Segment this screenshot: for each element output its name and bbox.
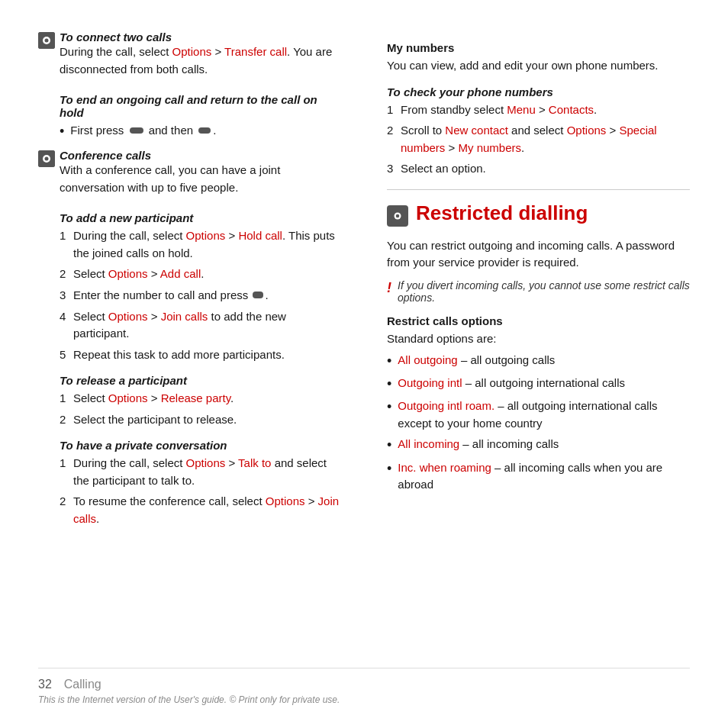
check-numbers-title: To check your phone numbers [387, 85, 690, 98]
warning-block: ! If you divert incoming calls, you cann… [387, 279, 690, 304]
check-numbers-steps: 1 From standby select Menu > Contacts. 2… [387, 101, 690, 178]
start-call-icon [198, 123, 211, 140]
conference-calls-body: With a conference call, you can have a j… [60, 162, 341, 196]
add-participant-steps: 1 During the call, select Options > Hold… [60, 227, 341, 363]
restrict-option-item: • Outgoing intl – all outgoing internati… [387, 375, 690, 394]
end-call-bullet: • First press and then . [60, 122, 341, 141]
new-contact-link: New contact [445, 124, 508, 137]
right-column: My numbers You can view, add and edit yo… [379, 31, 690, 652]
conference-calls-content: Conference calls With a conference call,… [60, 149, 341, 201]
special-numbers-link: Special numbers [401, 124, 657, 154]
options-link: Options [266, 494, 305, 507]
conference-icon [38, 150, 55, 167]
bullet-dot: • [387, 398, 391, 417]
step-item: 1 From standby select Menu > Contacts. [387, 101, 690, 119]
svg-rect-4 [198, 127, 211, 134]
my-numbers-link: My numbers [458, 141, 521, 154]
two-column-layout: To connect two calls During the call, se… [38, 31, 690, 652]
warning-icon: ! [387, 279, 391, 297]
options-link: Options [186, 229, 226, 242]
restricted-dialling-heading-row: Restricted dialling [387, 201, 690, 231]
bullet-dot: • [60, 122, 64, 141]
step-item: 2 Select Options > Add call. [60, 266, 341, 283]
private-conversation-section: To have a private conversation 1 During … [60, 439, 341, 527]
release-participant-section: To release a participant 1 Select Option… [60, 374, 341, 428]
outgoing-intl-roam-link: Outgoing intl roam. [398, 399, 494, 412]
step-item: 2 Select the participant to release. [60, 411, 341, 429]
menu-link: Menu [507, 103, 536, 116]
step-item: 3 Select an option. [387, 160, 690, 178]
restrict-calls-heading: Restrict calls options [387, 314, 690, 327]
page-number: 32 [38, 678, 52, 691]
warning-text: If you divert incoming calls, you cannot… [398, 279, 690, 304]
private-conversation-steps: 1 During the call, select Options > Talk… [60, 455, 341, 527]
bullet-dot: • [387, 352, 391, 371]
restricted-dialling-title: Restricted dialling [416, 201, 588, 225]
step-item: 1 Select Options > Release party. [60, 390, 341, 407]
end-call-icon [130, 123, 143, 140]
my-numbers-body: You can view, add and edit your own phon… [387, 57, 690, 75]
connect-two-calls-body: During the call, select Options > Transf… [60, 43, 341, 78]
connect-body-text1: During the call, select [60, 45, 172, 58]
end-call-text: First press and then . [70, 122, 216, 140]
footer-main: 32 Calling [38, 678, 690, 691]
restricted-icon [387, 205, 408, 227]
add-call-link: Add call [160, 267, 201, 280]
step-item: 3 Enter the number to call and press . [60, 287, 341, 304]
connect-two-calls-section: To connect two calls During the call, se… [38, 31, 341, 82]
svg-rect-8 [253, 292, 263, 298]
options-link: Options [186, 456, 226, 469]
all-outgoing-link: All outgoing [398, 353, 457, 366]
connect-sep1: > [211, 45, 224, 58]
bullet-dot: • [387, 375, 391, 394]
page: To connect two calls During the call, se… [0, 0, 728, 728]
step-item: 1 During the call, select Options > Talk… [60, 455, 341, 489]
all-incoming-link: All incoming [398, 437, 459, 450]
svg-point-11 [396, 214, 400, 218]
join-calls-link: Join calls [161, 310, 208, 323]
my-numbers-heading: My numbers [387, 41, 690, 54]
step-item: 1 During the call, select Options > Hold… [60, 227, 341, 262]
svg-point-7 [45, 157, 49, 161]
options-link: Options [108, 391, 148, 404]
contacts-link: Contacts [549, 103, 594, 116]
private-conversation-title: To have a private conversation [60, 439, 341, 452]
restrict-option-item: • All incoming – all incoming calls [387, 436, 690, 455]
transfer-call-link: Transfer call [224, 45, 287, 58]
connect-two-calls-title: To connect two calls [60, 31, 172, 43]
step-item: 4 Select Options > Join calls to add the… [60, 308, 341, 343]
bullet-dot: • [387, 459, 391, 478]
bullet-dot: • [387, 436, 391, 455]
release-participant-steps: 1 Select Options > Release party. 2 Sele… [60, 390, 341, 428]
section-divider [387, 189, 690, 190]
conference-calls-title: Conference calls [60, 149, 151, 162]
footer-disclaimer: This is the Internet version of the User… [38, 694, 690, 705]
outgoing-intl-link: Outgoing intl [398, 376, 462, 389]
restrict-option-item: • Inc. when roaming – all incoming calls… [387, 459, 690, 494]
conference-calls-section: Conference calls With a conference call,… [38, 149, 341, 201]
step-item: 2 To resume the conference call, select … [60, 493, 341, 527]
restrict-options-list: • All outgoing – all outgoing calls • Ou… [387, 352, 690, 494]
restrict-option-item: • Outgoing intl roam. – all outgoing int… [387, 398, 690, 432]
restrict-calls-intro: Standard options are: [387, 330, 690, 348]
connect-options-link: Options [172, 45, 212, 58]
hold-call-link: Hold call [238, 229, 282, 242]
end-call-section: To end an ongoing call and return to the… [60, 93, 341, 141]
options-link: Options [567, 124, 607, 137]
restrict-option-item: • All outgoing – all outgoing calls [387, 352, 690, 371]
call-icon-inline [253, 287, 263, 304]
svg-rect-3 [130, 127, 143, 134]
add-participant-section: To add a new participant 1 During the ca… [60, 211, 341, 363]
talk-to-link: Talk to [238, 456, 271, 469]
step-item: 5 Repeat this task to add more participa… [60, 346, 341, 364]
left-column: To connect two calls During the call, se… [38, 31, 349, 652]
inc-when-roaming-link: Inc. when roaming [398, 461, 491, 474]
options-link: Options [108, 310, 148, 323]
options-link: Options [108, 267, 148, 280]
end-call-title: To end an ongoing call and return to the… [60, 93, 341, 119]
release-participant-title: To release a participant [60, 374, 341, 387]
svg-point-2 [45, 39, 49, 43]
add-participant-title: To add a new participant [60, 211, 341, 224]
speaker-icon [38, 32, 55, 49]
footer-section: Calling [64, 678, 101, 691]
